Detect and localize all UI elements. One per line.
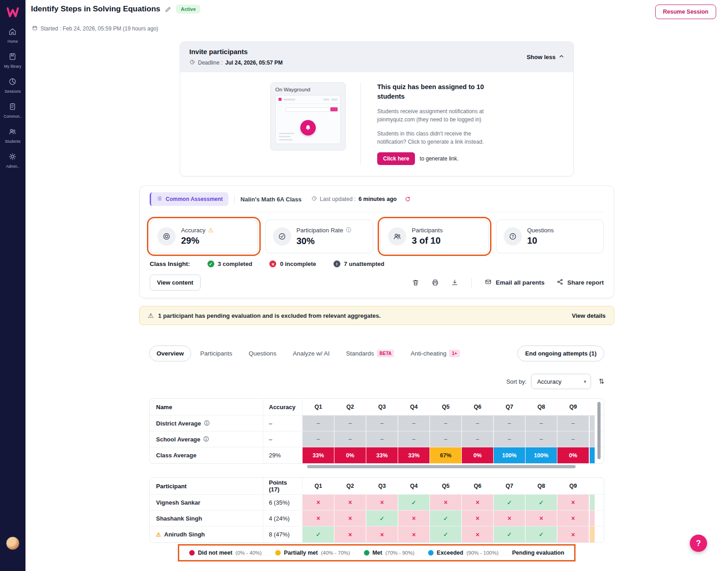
view-content-button[interactable]: View content xyxy=(150,275,201,291)
stat-value-accuracy: 29% xyxy=(181,235,213,246)
tab-participants[interactable]: Participants xyxy=(193,346,240,361)
info-icon[interactable]: ⓘ xyxy=(203,436,209,443)
view-details-button[interactable]: View details xyxy=(572,312,606,319)
participant-name[interactable]: Shashank Singh xyxy=(150,511,263,526)
answer-cell xyxy=(494,495,526,510)
tab-analyze-ai[interactable]: Analyze w/ AI xyxy=(285,346,337,361)
score-cell: – xyxy=(334,416,366,431)
info-icon[interactable]: ⓘ xyxy=(204,420,210,427)
page-header: Identify Steps in Solving Equations Acti… xyxy=(25,0,728,19)
banner-text: 1 participant has pending evaluation and… xyxy=(158,312,381,319)
sort-direction-button[interactable]: ⇅ xyxy=(598,377,604,386)
answer-cell xyxy=(557,495,589,510)
sidebar-item-my-library[interactable]: My library xyxy=(4,52,22,69)
check-circle-icon xyxy=(273,227,291,245)
answer-cell xyxy=(303,495,334,510)
sidebar-nav: Home My library Sessions Common.. Studen… xyxy=(4,27,22,177)
stat-value-questions: 10 xyxy=(527,235,554,246)
score-cell: – xyxy=(398,431,430,447)
column-header-q: Q9 xyxy=(557,399,589,415)
sort-select[interactable]: Accuracy ▾ xyxy=(531,374,591,389)
class-insight-row: Class Insight: 3 completed 0 incomplete … xyxy=(150,260,604,267)
participant-name[interactable]: ⚠Anirudh Singh xyxy=(150,526,263,542)
answer-cell xyxy=(366,511,398,526)
score-cell: – xyxy=(557,416,589,431)
legend-dot xyxy=(189,550,195,556)
legend-pending-evaluation: Pending evaluation xyxy=(512,550,565,556)
column-header-q: Q7 xyxy=(494,478,526,494)
clock-icon xyxy=(311,195,317,203)
sidebar-item-admin[interactable]: Admin.. xyxy=(4,152,22,169)
clipped-cell xyxy=(589,495,595,510)
assigned-heading: This quiz has been assigned to 10 studen… xyxy=(377,82,485,101)
clipped-cell xyxy=(589,447,595,463)
tab-overview[interactable]: Overview xyxy=(149,346,191,361)
assessment-actions-row: View content Email all parents Share rep… xyxy=(150,275,604,291)
home-icon xyxy=(8,27,17,37)
column-header-q: Q4 xyxy=(398,478,430,494)
clock-icon xyxy=(189,59,195,66)
column-header-name: Name xyxy=(150,399,263,415)
stats-row: Accuracy⚠ 29% Participation Rateⓘ 30% Pa… xyxy=(150,220,604,253)
edit-icon[interactable] xyxy=(165,6,172,13)
answer-cell xyxy=(430,495,462,510)
sidebar-item-home[interactable]: Home xyxy=(4,27,22,44)
stat-card-accuracy: Accuracy⚠ 29% xyxy=(150,220,258,253)
answer-cell xyxy=(526,526,557,542)
assessment-summary-card: Common Assessment Nalin's Math 6A Class … xyxy=(139,185,614,298)
clipped-cell xyxy=(589,416,595,431)
sidebar-item-label: My library xyxy=(4,64,21,69)
show-less-button[interactable]: Show less xyxy=(526,54,564,60)
share-icon xyxy=(556,278,564,287)
column-header-q: Q6 xyxy=(462,399,494,415)
share-report-button[interactable]: Share report xyxy=(556,278,604,287)
insight-unattempted: 7 unattempted xyxy=(334,260,384,267)
table-header-row: Participant Points (17) Q1 Q2 Q3 Q4 Q5 Q… xyxy=(150,478,604,495)
user-avatar[interactable] xyxy=(6,536,20,550)
vertical-scrollbar[interactable] xyxy=(597,402,601,459)
target-icon xyxy=(157,227,176,245)
sidebar-item-common[interactable]: Common.. xyxy=(4,102,22,119)
info-icon[interactable]: ⓘ xyxy=(346,226,351,234)
question-circle-icon: ? xyxy=(504,227,522,245)
sidebar-item-sessions[interactable]: Sessions xyxy=(4,77,22,94)
click-here-button[interactable]: Click here xyxy=(377,152,415,165)
stat-card-participation-rate: Participation Rateⓘ 30% xyxy=(265,220,374,253)
common-assessment-badge: Common Assessment xyxy=(150,192,228,206)
bell-icon xyxy=(300,120,316,135)
resume-session-button[interactable]: Resume Session xyxy=(655,5,716,19)
column-header-q: Q4 xyxy=(398,399,430,415)
chevron-down-icon: ▾ xyxy=(584,379,586,385)
score-cell: – xyxy=(366,416,398,431)
check-circle-icon xyxy=(207,260,214,267)
library-icon xyxy=(8,52,17,62)
score-cell: – xyxy=(462,416,494,431)
sort-by-label: Sort by: xyxy=(506,378,527,385)
participant-name[interactable]: Vignesh Sankar xyxy=(150,495,263,510)
email-all-parents-button[interactable]: Email all parents xyxy=(485,278,544,287)
tab-questions[interactable]: Questions xyxy=(242,346,284,361)
trash-icon[interactable] xyxy=(412,279,420,286)
deadline-value: Jul 24, 2026, 05:57 PM xyxy=(225,60,283,66)
students-icon xyxy=(8,127,17,137)
help-button[interactable]: ? xyxy=(690,535,707,552)
refresh-icon[interactable] xyxy=(404,196,411,202)
wayground-logo-icon[interactable] xyxy=(6,5,20,17)
horizontal-scrollbar[interactable] xyxy=(307,465,576,468)
score-cell: 100% xyxy=(494,447,526,463)
column-header-q: Q3 xyxy=(366,478,398,494)
printer-icon[interactable] xyxy=(431,279,439,286)
sidebar-item-students[interactable]: Students xyxy=(4,127,22,144)
participant-row: ⚠Anirudh Singh 8 (47%) xyxy=(150,526,604,542)
legend-met: Met (70% - 90%) xyxy=(364,550,414,556)
score-cell: – xyxy=(494,416,526,431)
download-icon[interactable] xyxy=(451,279,459,286)
tab-standards[interactable]: StandardsBETA xyxy=(339,345,401,362)
invite-preview-image: On Wayground xyxy=(270,82,346,150)
tab-anti-cheating[interactable]: Anti-cheating1+ xyxy=(403,345,467,362)
answer-cell xyxy=(494,526,526,542)
app-root: Home My library Sessions Common.. Studen… xyxy=(0,0,728,571)
answer-cell xyxy=(462,526,494,542)
participant-points: 4 (24%) xyxy=(263,511,303,526)
end-ongoing-attempts-button[interactable]: End ongoing attempts (1) xyxy=(517,346,604,361)
